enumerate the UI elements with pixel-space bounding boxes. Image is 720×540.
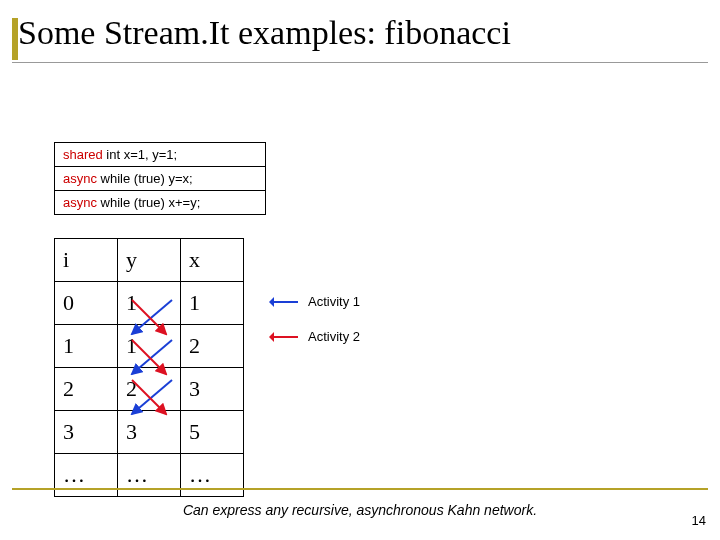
- table-row: 0 1 1: [55, 282, 244, 325]
- arrow-icon: [270, 336, 298, 338]
- code-line-1: shared int x=1, y=1;: [55, 143, 265, 167]
- title-rule: [12, 62, 708, 63]
- legend: Activity 1 Activity 2: [270, 294, 360, 364]
- trace-table: i y x 0 1 1 1 1 2 2 2 3 3 3 5 … … …: [54, 238, 244, 497]
- keyword-async: async: [63, 171, 97, 186]
- code-line-3: async while (true) x+=y;: [55, 191, 265, 214]
- table-header-row: i y x: [55, 239, 244, 282]
- table-row: … … …: [55, 454, 244, 497]
- table-row: 1 1 2: [55, 325, 244, 368]
- page-number: 14: [692, 513, 706, 528]
- legend-item-activity2: Activity 2: [270, 329, 360, 344]
- code-line-1-rest: int x=1, y=1;: [103, 147, 177, 162]
- legend-item-activity1: Activity 1: [270, 294, 360, 309]
- keyword-shared: shared: [63, 147, 103, 162]
- code-line-2: async while (true) y=x;: [55, 167, 265, 191]
- legend-label: Activity 1: [308, 294, 360, 309]
- code-box: shared int x=1, y=1; async while (true) …: [54, 142, 266, 215]
- th-y: y: [118, 239, 181, 282]
- legend-label: Activity 2: [308, 329, 360, 344]
- slide-caption: Can express any recursive, asynchronous …: [0, 502, 720, 518]
- table-row: 3 3 5: [55, 411, 244, 454]
- th-i: i: [55, 239, 118, 282]
- code-line-2-rest: while (true) y=x;: [97, 171, 193, 186]
- arrow-icon: [270, 301, 298, 303]
- keyword-async: async: [63, 195, 97, 210]
- code-line-3-rest: while (true) x+=y;: [97, 195, 200, 210]
- th-x: x: [181, 239, 244, 282]
- bottom-rule: [12, 488, 708, 490]
- table-row: 2 2 3: [55, 368, 244, 411]
- slide-title: Some Stream.It examples: fibonacci: [18, 14, 511, 52]
